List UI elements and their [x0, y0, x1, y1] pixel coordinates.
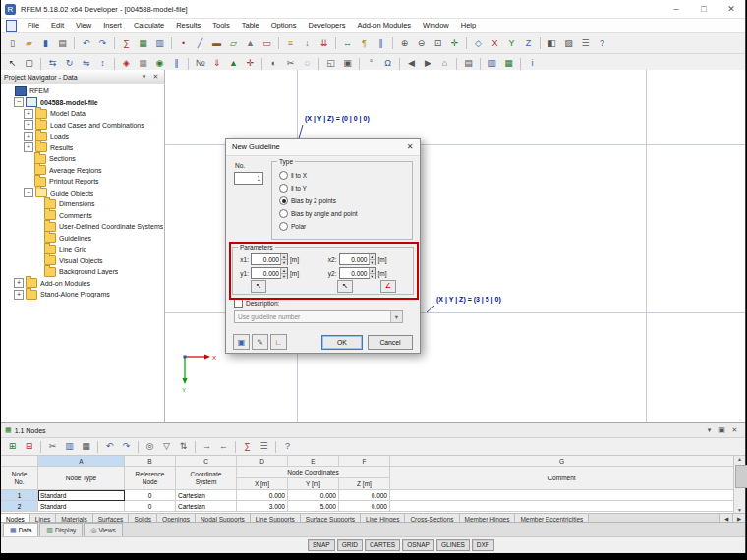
table-import-icon[interactable]: → — [199, 438, 215, 455]
menu-developers[interactable]: Developers — [303, 19, 352, 32]
column-letter-a[interactable]: A — [38, 456, 125, 467]
cell-2-c[interactable]: Cartesian — [176, 501, 237, 512]
status-toggle-osnap[interactable]: OSNAP — [402, 539, 434, 551]
x2-spinner[interactable] — [369, 254, 375, 264]
open-file-icon[interactable]: ▰ — [21, 35, 37, 52]
results-icon[interactable]: ▦ — [135, 35, 151, 52]
menu-results[interactable]: Results — [170, 19, 206, 32]
table-close-icon[interactable]: ✕ — [728, 426, 741, 434]
y2-spinner[interactable] — [369, 268, 375, 278]
x1-value[interactable] — [252, 254, 280, 264]
cell-2-e[interactable]: 5.000 — [288, 501, 339, 512]
panel-tab-display[interactable]: ▥Display — [39, 523, 83, 536]
column-letter-e[interactable]: E — [288, 456, 339, 467]
y2-input[interactable] — [339, 267, 376, 279]
load-case-icon[interactable]: ≡ — [282, 35, 299, 52]
table-vertical-scrollbar[interactable] — [733, 456, 745, 513]
tree-item-guide-objects[interactable]: −Guide Objects — [1, 188, 164, 199]
table-paste-icon[interactable]: ▦ — [78, 438, 94, 455]
redo-icon[interactable]: ↷ — [94, 35, 111, 52]
menu-view[interactable]: View — [70, 19, 97, 32]
view-in-x-icon[interactable]: X — [487, 35, 503, 52]
cell-2-f[interactable]: 0.000 — [339, 501, 390, 512]
pick-point-2-button[interactable]: ↖ — [337, 280, 353, 293]
table-find-icon[interactable]: ◎ — [142, 438, 158, 455]
menu-help[interactable]: Help — [455, 19, 482, 32]
tree-item-dimensions[interactable]: Dimensions — [1, 198, 164, 210]
render-mode-icon[interactable]: ▨ — [560, 35, 577, 52]
description-checkbox[interactable] — [234, 299, 243, 308]
menu-edit[interactable]: Edit — [45, 19, 70, 32]
menu-table[interactable]: Table — [236, 19, 265, 32]
comment-button[interactable]: ✎ — [252, 334, 268, 350]
line-load-icon[interactable]: ⇊ — [316, 35, 332, 52]
cell-2-a[interactable]: Standard — [38, 501, 125, 512]
new-opening-icon[interactable]: ▭ — [259, 35, 275, 52]
tree-item-average-regions[interactable]: Average Regions — [1, 165, 164, 177]
table-insert-row-icon[interactable]: ⊞ — [4, 438, 21, 455]
table-menu-icon[interactable]: ▾ — [703, 426, 716, 434]
table-sort-icon[interactable]: ⇅ — [175, 438, 192, 455]
units-button[interactable]: ∟ — [270, 334, 287, 350]
row-number[interactable]: 1 — [1, 490, 38, 501]
tree-item-guidelines[interactable]: Guidelines — [1, 233, 164, 245]
new-solid-icon[interactable]: ▲ — [242, 35, 259, 52]
column-letter-b[interactable]: B — [125, 456, 176, 467]
tree-item-comments[interactable]: Comments — [1, 210, 164, 222]
cell-1-b[interactable]: 0 — [125, 490, 176, 501]
table-calculator-icon[interactable]: ∑ — [239, 438, 256, 455]
radio-bias-by-2-points[interactable]: Bias by 2 points — [272, 195, 412, 207]
table-cut-icon[interactable]: ✂ — [44, 438, 61, 455]
status-toggle-snap[interactable]: SNAP — [308, 539, 335, 551]
zoom-in-icon[interactable]: ⊕ — [396, 35, 413, 52]
column-letter-f[interactable]: F — [339, 456, 390, 467]
description-dropdown[interactable]: Use guideline number — [234, 310, 403, 323]
table-help-icon[interactable]: ? — [279, 438, 296, 455]
help-icon[interactable]: ? — [594, 35, 610, 52]
column-letter-c[interactable]: C — [176, 456, 237, 467]
scroll-down-icon[interactable] — [734, 507, 745, 513]
cell-1-g[interactable] — [390, 490, 734, 501]
table-export-icon[interactable]: ← — [215, 438, 232, 455]
panel-tab-data[interactable]: ▦Data — [3, 523, 38, 536]
tree-item-sections[interactable]: Sections — [1, 153, 164, 165]
cell-2-g[interactable] — [390, 501, 734, 512]
tree-item-visual-objects[interactable]: Visual Objects — [1, 255, 164, 267]
cell-1-d[interactable]: 0.000 — [237, 490, 288, 501]
cell-1-f[interactable]: 0.000 — [339, 490, 390, 501]
ok-button[interactable]: OK — [321, 335, 363, 350]
x1-input[interactable] — [251, 253, 288, 265]
pick-line-button[interactable]: ∠ — [380, 280, 396, 293]
table-delete-row-icon[interactable]: ⊟ — [21, 438, 37, 455]
table-redo-icon[interactable]: ↷ — [118, 438, 135, 455]
guideline-number-input[interactable] — [235, 173, 262, 184]
undo-icon[interactable]: ↶ — [78, 35, 94, 52]
y2-value[interactable] — [340, 268, 369, 278]
calculate-icon[interactable]: ∑ — [118, 35, 135, 52]
new-line-icon[interactable]: ╱ — [192, 35, 208, 52]
guideline-vertical-2[interactable] — [646, 70, 647, 422]
pan-icon[interactable]: ✛ — [446, 35, 463, 52]
x2-value[interactable] — [340, 254, 369, 264]
cell-1-c[interactable]: Cartesian — [176, 490, 237, 501]
view-isometric-icon[interactable]: ◇ — [470, 35, 487, 52]
status-toggle-cartes[interactable]: CARTES — [365, 539, 400, 551]
details-button[interactable]: ▣ — [233, 334, 250, 350]
guideline-icon[interactable]: ∥ — [373, 35, 389, 52]
zoom-window-icon[interactable]: ⊡ — [430, 35, 446, 52]
tree-item-user-defined-coordinate-systems[interactable]: User-Defined Coordinate Systems — [1, 221, 164, 233]
new-surface-icon[interactable]: ▱ — [225, 35, 242, 52]
table-settings-icon[interactable]: ☰ — [256, 438, 272, 455]
menu-add-on-modules[interactable]: Add-on Modules — [351, 19, 417, 32]
comment-icon[interactable]: ¶ — [356, 35, 373, 52]
menu-options[interactable]: Options — [265, 19, 303, 32]
dialog-close-icon[interactable]: ✕ — [400, 142, 420, 151]
radio-to-x[interactable]: ‖ to X — [272, 169, 412, 182]
tree-item-load-cases-and-combinations[interactable]: +Load Cases and Combinations — [1, 120, 164, 132]
tree-item-line-grid[interactable]: Line Grid — [1, 244, 164, 255]
menu-insert[interactable]: Insert — [97, 19, 128, 32]
table-filter-icon[interactable]: ▽ — [158, 438, 175, 455]
tables-icon[interactable]: ▥ — [151, 35, 168, 52]
tree-item-model-data[interactable]: +Model Data — [1, 108, 164, 120]
column-letter-d[interactable]: D — [237, 456, 288, 467]
